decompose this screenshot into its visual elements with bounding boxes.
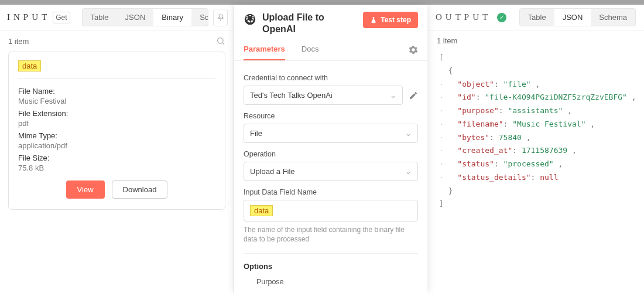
view-button[interactable]: View — [66, 180, 105, 199]
output-json-viewer[interactable]: [ { · "object": "file" , · "id": "file-K… — [427, 51, 644, 223]
input-data-field-help: The name of the input field containing t… — [244, 225, 418, 244]
input-item-count: 1 item — [8, 37, 29, 46]
out-tab-schema[interactable]: Schema — [591, 9, 635, 26]
download-button[interactable]: Download — [112, 180, 168, 199]
data-field-tag: data — [18, 60, 41, 71]
options-heading: Options — [244, 253, 418, 271]
file-name-value: Music Festival — [18, 97, 215, 105]
chevron-down-icon: ⌄ — [405, 167, 412, 176]
resource-label: Resource — [244, 112, 418, 120]
tab-json[interactable]: JSON — [117, 9, 154, 26]
operation-value: Upload a File — [250, 167, 295, 176]
binary-data-card: data File Name: Music Festival File Exte… — [8, 52, 225, 210]
credential-select[interactable]: Ted's Tech Talks OpenAi ⌄ — [244, 86, 403, 105]
out-tab-table[interactable]: Table — [520, 9, 554, 26]
tab-parameters[interactable]: Parameters — [244, 39, 285, 60]
node-title: Upload File to OpenAI — [262, 12, 356, 35]
file-ext-value: pdf — [18, 119, 215, 128]
input-data-field-input[interactable]: data — [244, 200, 418, 222]
file-size-value: 75.8 kB — [18, 163, 215, 172]
input-data-field-value: data — [250, 205, 273, 216]
search-icon[interactable] — [216, 36, 225, 46]
output-header: OUTPUT ✓ Table JSON Schema — [427, 5, 644, 30]
tab-schema[interactable]: Schema — [191, 9, 208, 26]
tab-table[interactable]: Table — [83, 9, 117, 26]
operation-select[interactable]: Upload a File ⌄ — [244, 162, 418, 181]
purpose-label: Purpose — [256, 278, 418, 286]
operation-label: Operation — [244, 150, 418, 158]
output-view-tabs: Table JSON Schema — [519, 8, 636, 26]
flask-icon — [370, 16, 377, 23]
out-tab-json[interactable]: JSON — [554, 9, 591, 26]
tab-docs[interactable]: Docs — [302, 39, 319, 60]
output-panel-label: OUTPUT — [436, 12, 491, 22]
test-step-label: Test step — [381, 16, 411, 24]
file-size-label: File Size: — [18, 154, 215, 162]
success-check-icon: ✓ — [497, 13, 506, 22]
input-mode-select[interactable]: Get — [53, 12, 70, 23]
input-header: INPUT Get Table JSON Binary Schema — [0, 5, 234, 30]
pin-button[interactable] — [213, 9, 228, 26]
gear-icon[interactable] — [409, 45, 418, 54]
openai-icon — [244, 13, 256, 26]
svg-line-1 — [222, 43, 224, 45]
mime-type-label: Mime Type: — [18, 131, 215, 140]
input-view-tabs: Table JSON Binary Schema — [82, 8, 209, 26]
chevron-down-icon: ⌄ — [390, 91, 396, 100]
output-item-count: 1 item — [427, 30, 644, 51]
edit-credential-icon[interactable] — [409, 91, 418, 100]
credential-label: Credential to connect with — [244, 74, 418, 82]
svg-point-0 — [218, 38, 223, 43]
file-ext-label: File Extension: — [18, 109, 215, 118]
tab-binary[interactable]: Binary — [153, 9, 191, 26]
credential-value: Ted's Tech Talks OpenAi — [250, 91, 333, 100]
input-data-field-label: Input Data Field Name — [244, 188, 418, 196]
file-name-label: File Name: — [18, 87, 215, 96]
resource-select[interactable]: File ⌄ — [244, 124, 418, 143]
test-step-button[interactable]: Test step — [363, 12, 418, 28]
mime-type-value: application/pdf — [18, 141, 215, 150]
input-panel-label: INPUT — [6, 10, 54, 25]
chevron-down-icon: ⌄ — [405, 129, 412, 138]
resource-value: File — [250, 129, 262, 138]
